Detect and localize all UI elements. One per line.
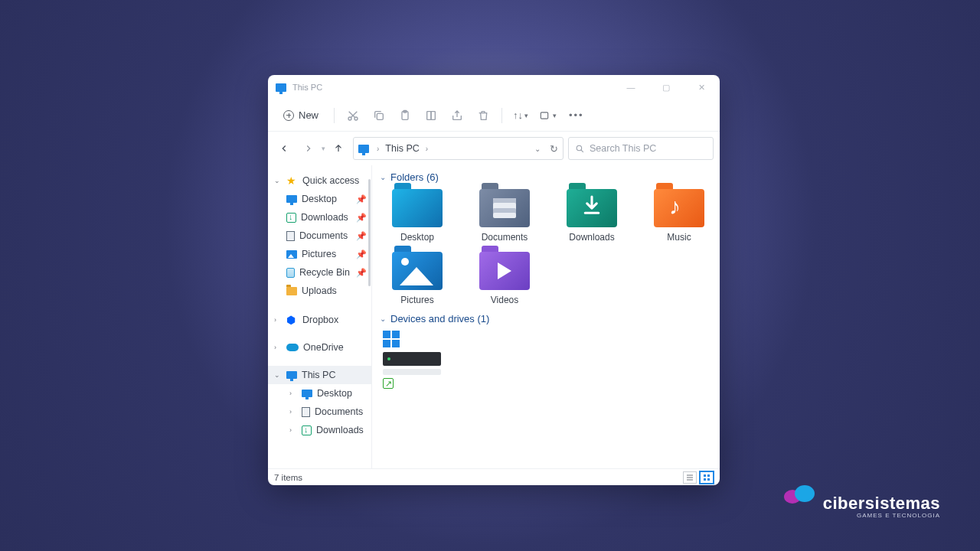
sidebar-item-label: Pictures <box>302 249 336 259</box>
search-icon <box>575 144 585 154</box>
search-box[interactable]: Search This PC <box>568 137 714 160</box>
rename-button[interactable] <box>420 105 442 126</box>
svg-point-1 <box>354 117 358 120</box>
sidebar-item-documents[interactable]: › Documents <box>268 403 371 421</box>
sidebar-item-label: Downloads <box>301 212 348 223</box>
sidebar: ⌄ ★ Quick access Desktop 📌 Downloads 📌 D… <box>268 165 372 468</box>
forward-button[interactable] <box>299 139 318 158</box>
sidebar-item-downloads[interactable]: › Downloads <box>268 421 371 439</box>
folders-grid: Desktop Documents Downloads Music <box>380 189 712 305</box>
item-count: 7 items <box>274 473 302 482</box>
window-controls: — ▢ ✕ <box>620 83 712 93</box>
pin-icon: 📌 <box>356 213 367 223</box>
watermark: cibersistemas GAMES E TECNOLOGIA <box>784 485 940 519</box>
sidebar-item-label: Documents <box>299 230 348 241</box>
address-bar[interactable]: › This PC › ⌄ ↻ <box>353 137 564 160</box>
folder-videos[interactable]: Videos <box>472 252 537 305</box>
more-button[interactable]: ••• <box>564 109 589 121</box>
sidebar-item-label: This PC <box>302 370 335 380</box>
sidebar-item-label: Recycle Bin <box>299 267 350 278</box>
pin-icon: 📌 <box>356 249 367 259</box>
this-pc-icon <box>286 371 297 379</box>
section-header-folders[interactable]: ⌄ Folders (6) <box>380 171 712 183</box>
sidebar-item-quick-access[interactable]: ⌄ ★ Quick access <box>268 171 371 190</box>
view-button[interactable]: ▾ <box>536 110 560 121</box>
folder-label: Music <box>667 232 691 243</box>
sidebar-item-this-pc[interactable]: ⌄ This PC <box>268 366 371 384</box>
desktop-icon <box>286 195 297 203</box>
this-pc-icon <box>358 145 369 153</box>
sidebar-item-dropbox[interactable]: › ⬢ Dropbox <box>268 311 371 329</box>
star-icon: ★ <box>286 176 298 186</box>
folder-label: Pictures <box>400 295 433 305</box>
back-button[interactable] <box>274 139 294 158</box>
sidebar-item-uploads[interactable]: Uploads <box>268 282 371 300</box>
drive-item[interactable]: ↗ <box>380 331 444 389</box>
share-button[interactable] <box>446 105 468 126</box>
folder-label: Documents <box>482 232 528 243</box>
sidebar-item-recycle-bin[interactable]: Recycle Bin 📌 <box>268 263 371 282</box>
new-button[interactable]: New <box>276 106 326 124</box>
chevron-right-icon: › <box>274 344 282 351</box>
downloads-folder-icon <box>567 189 617 227</box>
folder-desktop[interactable]: Desktop <box>384 189 450 243</box>
chevron-right-icon: › <box>289 390 297 397</box>
sidebar-item-label: OneDrive <box>303 342 344 353</box>
copy-button[interactable] <box>368 105 390 126</box>
folder-downloads[interactable]: Downloads <box>559 189 625 243</box>
refresh-button[interactable]: ↻ <box>550 143 558 155</box>
sidebar-item-label: Desktop <box>317 388 352 399</box>
paste-button[interactable] <box>394 105 416 126</box>
sidebar-item-label: Uploads <box>302 285 337 296</box>
sidebar-item-downloads[interactable]: Downloads 📌 <box>268 208 371 227</box>
brand-logo-icon <box>784 485 815 507</box>
pin-icon: 📌 <box>356 268 367 278</box>
close-button[interactable]: ✕ <box>691 83 712 93</box>
svg-point-8 <box>577 145 582 151</box>
breadcrumb-location[interactable]: This PC <box>385 143 419 154</box>
sidebar-item-documents[interactable]: Documents 📌 <box>268 227 371 245</box>
history-dropdown[interactable]: ▾ <box>322 145 325 152</box>
sidebar-item-onedrive[interactable]: › OneDrive <box>268 338 371 357</box>
folder-pictures[interactable]: Pictures <box>384 252 450 305</box>
view-switcher <box>683 471 714 484</box>
pictures-icon <box>286 250 297 259</box>
folder-documents[interactable]: Documents <box>472 189 537 243</box>
section-title: Devices and drives (1) <box>390 313 489 324</box>
documents-icon <box>286 231 295 241</box>
sidebar-item-desktop[interactable]: Desktop 📌 <box>268 190 371 208</box>
icons-view-button[interactable] <box>700 471 714 484</box>
pictures-folder-icon <box>392 252 443 290</box>
sidebar-item-desktop[interactable]: › Desktop <box>268 384 371 403</box>
chevron-right-icon: › <box>426 145 428 153</box>
folder-music[interactable]: Music <box>646 189 712 243</box>
sidebar-item-pictures[interactable]: Pictures 📌 <box>268 245 371 263</box>
delete-button[interactable] <box>472 105 494 126</box>
desktop-icon <box>302 390 312 397</box>
svg-rect-11 <box>704 478 706 481</box>
svg-rect-2 <box>377 113 383 119</box>
svg-rect-5 <box>427 111 431 119</box>
sidebar-item-label: Documents <box>315 406 363 417</box>
folder-label: Downloads <box>569 232 614 243</box>
section-header-drives[interactable]: ⌄ Devices and drives (1) <box>380 313 712 324</box>
cut-button[interactable] <box>342 105 364 126</box>
body: ⌄ ★ Quick access Desktop 📌 Downloads 📌 D… <box>268 165 720 468</box>
chevron-down-icon: ⌄ <box>380 315 386 323</box>
up-button[interactable] <box>328 139 348 158</box>
title-bar: This PC — ▢ ✕ <box>268 75 720 99</box>
chevron-down-icon: ⌄ <box>274 371 282 379</box>
sort-button[interactable]: ↑↓ ▾ <box>510 109 531 121</box>
svg-rect-10 <box>707 474 710 477</box>
drive-usage-bar <box>383 369 441 375</box>
search-placeholder: Search This PC <box>590 143 656 154</box>
details-view-button[interactable] <box>683 471 697 484</box>
section-title: Folders (6) <box>390 171 439 183</box>
folder-label: Videos <box>491 295 518 305</box>
documents-folder-icon <box>479 189 530 227</box>
maximize-button[interactable]: ▢ <box>655 83 677 93</box>
address-dropdown[interactable]: ⌄ <box>534 145 541 153</box>
new-button-label: New <box>299 109 318 121</box>
minimize-button[interactable]: — <box>620 83 642 93</box>
documents-icon <box>302 407 310 417</box>
